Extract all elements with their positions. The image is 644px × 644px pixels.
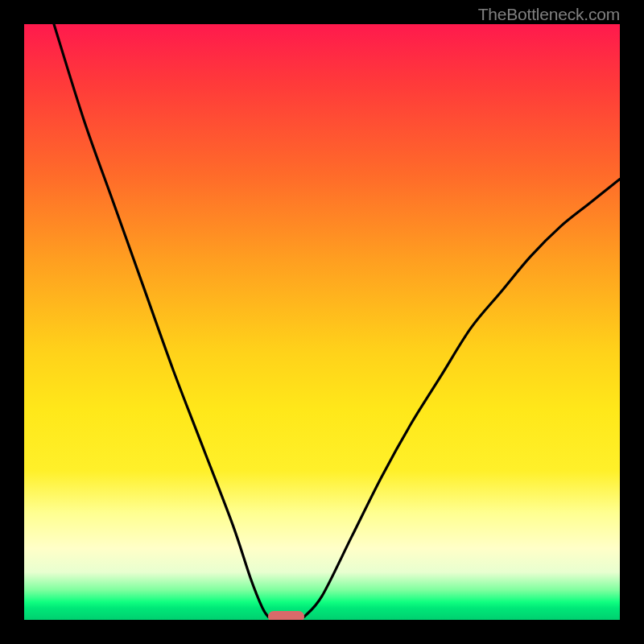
bottleneck-curve <box>24 24 620 620</box>
chart-frame: TheBottleneck.com <box>0 0 644 644</box>
curve-right-branch <box>304 179 620 617</box>
watermark-text: TheBottleneck.com <box>478 5 620 24</box>
minimum-marker <box>268 611 303 620</box>
plot-area <box>24 24 620 620</box>
curve-left-branch <box>54 24 268 617</box>
